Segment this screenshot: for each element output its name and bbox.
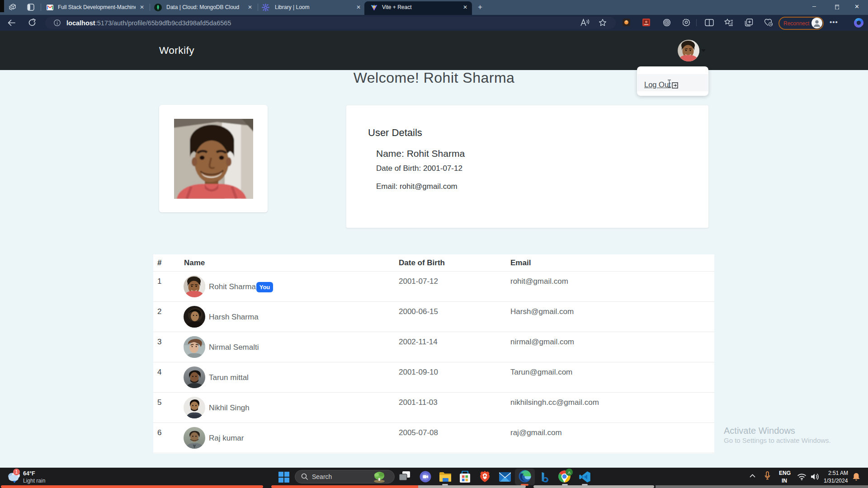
svg-text:A: A bbox=[568, 470, 571, 475]
